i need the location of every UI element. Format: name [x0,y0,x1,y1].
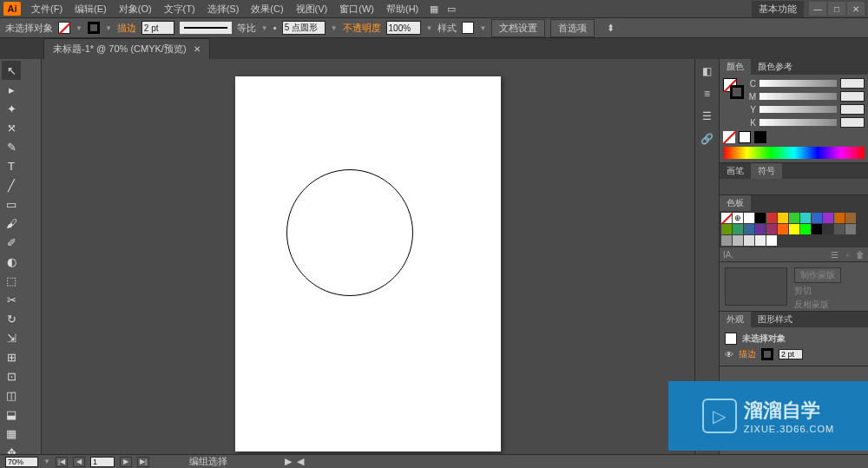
blob-brush-tool[interactable]: ◐ [2,252,21,271]
maximize-button[interactable]: □ [828,2,845,16]
align-icon[interactable]: ⬍ [603,21,617,35]
swatch[interactable] [733,235,743,246]
swatch[interactable] [778,224,788,234]
shape-builder-tool[interactable]: ⊡ [2,366,21,386]
width-tool[interactable]: ⇲ [2,328,21,347]
fill-swatch[interactable] [58,22,70,34]
pen-tool[interactable]: ✎ [2,137,21,156]
swatch[interactable] [812,213,822,223]
swatch[interactable] [834,213,845,223]
direct-selection-tool[interactable]: ▸ [2,80,21,99]
pencil-tool[interactable]: ✐ [2,233,21,252]
workspace-switcher[interactable]: 基本功能 [752,1,804,17]
tab-color-guide[interactable]: 颜色参考 [751,59,799,75]
swatch[interactable] [766,213,777,223]
swatch-registration[interactable]: ⊕ [733,213,743,223]
tab-brushes[interactable]: 画笔 [720,163,751,179]
fill-dropdown-icon[interactable]: ▼ [76,24,82,32]
swatch[interactable] [755,213,766,223]
tab-graphic-styles[interactable]: 图形样式 [751,312,799,327]
stroke-profile-preview[interactable] [180,22,232,34]
stroke-dropdown-icon[interactable]: ▼ [105,24,112,32]
appearance-stroke-label[interactable]: 描边 [739,348,756,360]
circle-shape[interactable] [286,169,413,296]
delete-swatch-icon[interactable]: 🗑 [856,250,865,260]
panel-icon-layers[interactable]: ☰ [699,108,716,125]
opacity-label[interactable]: 不透明度 [343,22,381,35]
k-slider[interactable] [760,119,837,126]
rectangle-tool[interactable]: ▭ [2,194,21,214]
menu-type[interactable]: 文字(T) [159,1,201,17]
y-slider[interactable] [760,106,837,113]
swatch-lib-icon[interactable]: IA. [723,250,733,260]
swatch[interactable] [823,213,833,223]
swatch[interactable] [744,224,754,234]
color-panel-fillstroke[interactable] [723,78,744,99]
eraser-tool[interactable]: ⬚ [2,271,21,290]
minimize-button[interactable]: — [809,2,826,16]
menu-object[interactable]: 对象(O) [114,1,157,17]
free-transform-tool[interactable]: ⊞ [2,347,21,366]
swatch[interactable] [834,224,845,234]
opacity-input[interactable] [386,21,421,35]
menu-edit[interactable]: 编辑(E) [69,1,112,17]
swatch[interactable] [766,224,777,234]
tab-appearance[interactable]: 外观 [720,312,751,327]
prev-artboard-button[interactable]: ◀ [73,457,85,467]
new-swatch-icon[interactable]: ▫ [845,250,849,260]
tab-swatches[interactable]: 色板 [720,195,751,211]
artboard[interactable] [235,76,501,452]
scale-tool[interactable]: ↻ [2,309,21,328]
menu-view[interactable]: 视图(V) [291,1,333,17]
swatch[interactable] [744,213,754,223]
menu-select[interactable]: 选择(S) [202,1,245,17]
m-value[interactable] [840,91,865,102]
swatch[interactable] [800,213,811,223]
stroke-weight-input[interactable] [141,21,174,35]
mesh-tool[interactable]: ⬓ [2,405,21,424]
bridge-icon[interactable]: ▦ [427,2,441,16]
mask-preview[interactable] [725,267,787,306]
preferences-button[interactable]: 首选项 [550,19,595,37]
next-artboard-button[interactable]: ▶ [120,457,132,467]
m-slider[interactable] [760,93,837,100]
zoom-input[interactable] [5,457,38,467]
close-tab-icon[interactable]: ✕ [194,44,201,54]
black-swatch[interactable] [754,131,766,143]
panel-icon-links[interactable]: 🔗 [699,130,716,148]
appearance-stroke-weight[interactable] [779,349,803,359]
swatch[interactable] [800,224,811,234]
type-tool[interactable]: T [2,156,21,175]
stroke-swatch[interactable] [88,22,100,34]
panel-icon-color[interactable]: ◧ [699,63,716,80]
swatch[interactable] [733,224,743,234]
canvas-area[interactable] [42,59,694,454]
swatch[interactable] [766,235,777,246]
menu-help[interactable]: 帮助(H) [381,1,424,17]
swatch-none[interactable] [721,213,732,223]
c-value[interactable] [840,78,865,89]
paintbrush-tool[interactable]: 🖌 [2,214,21,233]
tab-symbols[interactable]: 符号 [751,163,782,179]
swatch[interactable] [755,235,766,246]
last-artboard-button[interactable]: ▶| [137,457,149,467]
perspective-grid-tool[interactable]: ◫ [2,386,21,405]
swatch[interactable] [755,224,766,234]
document-setup-button[interactable]: 文档设置 [491,19,545,37]
swatch[interactable] [823,224,833,234]
gradient-tool[interactable]: ▦ [2,424,21,443]
white-swatch[interactable] [739,131,751,143]
swatch[interactable] [789,213,799,223]
tab-color[interactable]: 颜色 [720,59,751,75]
y-value[interactable] [840,104,865,115]
panel-icon-stroke[interactable]: ≡ [699,85,716,102]
swatch[interactable] [845,224,856,234]
document-tab[interactable]: 未标题-1* @ 70% (CMYK/预览) ✕ [43,38,210,60]
selection-tool[interactable]: ↖ [2,61,21,80]
stroke-label[interactable]: 描边 [117,22,136,35]
none-swatch[interactable] [723,131,735,143]
first-artboard-button[interactable]: |◀ [56,457,68,467]
swatch[interactable] [744,235,754,246]
lasso-tool[interactable]: ⤧ [2,118,21,137]
swatch[interactable] [789,224,799,234]
